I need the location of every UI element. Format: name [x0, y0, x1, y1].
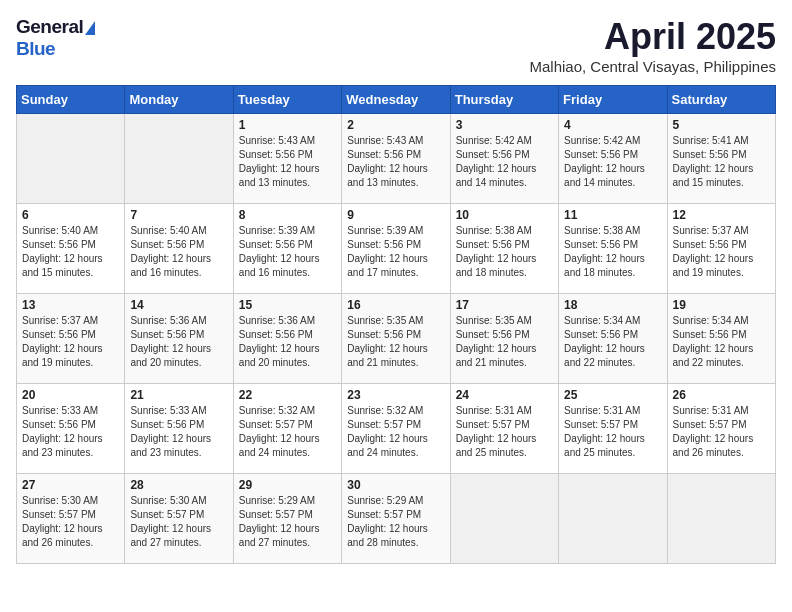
day-number: 8: [239, 208, 336, 222]
day-number: 5: [673, 118, 770, 132]
day-number: 18: [564, 298, 661, 312]
calendar-cell: 3Sunrise: 5:42 AM Sunset: 5:56 PM Daylig…: [450, 114, 558, 204]
day-number: 24: [456, 388, 553, 402]
day-info: Sunrise: 5:31 AM Sunset: 5:57 PM Dayligh…: [564, 404, 661, 460]
day-number: 4: [564, 118, 661, 132]
calendar: SundayMondayTuesdayWednesdayThursdayFrid…: [16, 85, 776, 564]
day-info: Sunrise: 5:43 AM Sunset: 5:56 PM Dayligh…: [347, 134, 444, 190]
day-number: 20: [22, 388, 119, 402]
calendar-cell: 1Sunrise: 5:43 AM Sunset: 5:56 PM Daylig…: [233, 114, 341, 204]
day-number: 25: [564, 388, 661, 402]
calendar-cell: 26Sunrise: 5:31 AM Sunset: 5:57 PM Dayli…: [667, 384, 775, 474]
weekday-header-thursday: Thursday: [450, 86, 558, 114]
weekday-header-row: SundayMondayTuesdayWednesdayThursdayFrid…: [17, 86, 776, 114]
header: General Blue April 2025 Malhiao, Central…: [16, 16, 776, 75]
day-info: Sunrise: 5:39 AM Sunset: 5:56 PM Dayligh…: [347, 224, 444, 280]
day-number: 27: [22, 478, 119, 492]
day-info: Sunrise: 5:42 AM Sunset: 5:56 PM Dayligh…: [564, 134, 661, 190]
calendar-cell: 13Sunrise: 5:37 AM Sunset: 5:56 PM Dayli…: [17, 294, 125, 384]
day-info: Sunrise: 5:30 AM Sunset: 5:57 PM Dayligh…: [130, 494, 227, 550]
weekday-header-monday: Monday: [125, 86, 233, 114]
calendar-cell: 10Sunrise: 5:38 AM Sunset: 5:56 PM Dayli…: [450, 204, 558, 294]
calendar-cell: 20Sunrise: 5:33 AM Sunset: 5:56 PM Dayli…: [17, 384, 125, 474]
day-number: 3: [456, 118, 553, 132]
day-info: Sunrise: 5:40 AM Sunset: 5:56 PM Dayligh…: [130, 224, 227, 280]
day-number: 14: [130, 298, 227, 312]
day-number: 2: [347, 118, 444, 132]
calendar-cell: 17Sunrise: 5:35 AM Sunset: 5:56 PM Dayli…: [450, 294, 558, 384]
weekday-header-sunday: Sunday: [17, 86, 125, 114]
day-info: Sunrise: 5:31 AM Sunset: 5:57 PM Dayligh…: [456, 404, 553, 460]
calendar-cell: 5Sunrise: 5:41 AM Sunset: 5:56 PM Daylig…: [667, 114, 775, 204]
day-number: 10: [456, 208, 553, 222]
calendar-cell: [17, 114, 125, 204]
day-info: Sunrise: 5:31 AM Sunset: 5:57 PM Dayligh…: [673, 404, 770, 460]
day-info: Sunrise: 5:29 AM Sunset: 5:57 PM Dayligh…: [239, 494, 336, 550]
day-info: Sunrise: 5:33 AM Sunset: 5:56 PM Dayligh…: [22, 404, 119, 460]
day-info: Sunrise: 5:43 AM Sunset: 5:56 PM Dayligh…: [239, 134, 336, 190]
weekday-header-tuesday: Tuesday: [233, 86, 341, 114]
week-row-1: 1Sunrise: 5:43 AM Sunset: 5:56 PM Daylig…: [17, 114, 776, 204]
week-row-4: 20Sunrise: 5:33 AM Sunset: 5:56 PM Dayli…: [17, 384, 776, 474]
calendar-cell: 6Sunrise: 5:40 AM Sunset: 5:56 PM Daylig…: [17, 204, 125, 294]
calendar-cell: 21Sunrise: 5:33 AM Sunset: 5:56 PM Dayli…: [125, 384, 233, 474]
day-number: 28: [130, 478, 227, 492]
weekday-header-saturday: Saturday: [667, 86, 775, 114]
day-number: 1: [239, 118, 336, 132]
day-info: Sunrise: 5:32 AM Sunset: 5:57 PM Dayligh…: [239, 404, 336, 460]
day-info: Sunrise: 5:35 AM Sunset: 5:56 PM Dayligh…: [347, 314, 444, 370]
week-row-5: 27Sunrise: 5:30 AM Sunset: 5:57 PM Dayli…: [17, 474, 776, 564]
subtitle: Malhiao, Central Visayas, Philippines: [529, 58, 776, 75]
calendar-cell: 2Sunrise: 5:43 AM Sunset: 5:56 PM Daylig…: [342, 114, 450, 204]
calendar-cell: 4Sunrise: 5:42 AM Sunset: 5:56 PM Daylig…: [559, 114, 667, 204]
week-row-3: 13Sunrise: 5:37 AM Sunset: 5:56 PM Dayli…: [17, 294, 776, 384]
calendar-cell: 24Sunrise: 5:31 AM Sunset: 5:57 PM Dayli…: [450, 384, 558, 474]
calendar-cell: 12Sunrise: 5:37 AM Sunset: 5:56 PM Dayli…: [667, 204, 775, 294]
day-info: Sunrise: 5:30 AM Sunset: 5:57 PM Dayligh…: [22, 494, 119, 550]
calendar-cell: 22Sunrise: 5:32 AM Sunset: 5:57 PM Dayli…: [233, 384, 341, 474]
weekday-header-friday: Friday: [559, 86, 667, 114]
calendar-cell: 23Sunrise: 5:32 AM Sunset: 5:57 PM Dayli…: [342, 384, 450, 474]
calendar-cell: 30Sunrise: 5:29 AM Sunset: 5:57 PM Dayli…: [342, 474, 450, 564]
calendar-cell: [667, 474, 775, 564]
day-info: Sunrise: 5:37 AM Sunset: 5:56 PM Dayligh…: [673, 224, 770, 280]
day-info: Sunrise: 5:41 AM Sunset: 5:56 PM Dayligh…: [673, 134, 770, 190]
calendar-cell: 8Sunrise: 5:39 AM Sunset: 5:56 PM Daylig…: [233, 204, 341, 294]
day-number: 23: [347, 388, 444, 402]
calendar-cell: 29Sunrise: 5:29 AM Sunset: 5:57 PM Dayli…: [233, 474, 341, 564]
day-number: 11: [564, 208, 661, 222]
day-info: Sunrise: 5:39 AM Sunset: 5:56 PM Dayligh…: [239, 224, 336, 280]
calendar-cell: 7Sunrise: 5:40 AM Sunset: 5:56 PM Daylig…: [125, 204, 233, 294]
day-info: Sunrise: 5:34 AM Sunset: 5:56 PM Dayligh…: [673, 314, 770, 370]
day-info: Sunrise: 5:40 AM Sunset: 5:56 PM Dayligh…: [22, 224, 119, 280]
calendar-cell: 19Sunrise: 5:34 AM Sunset: 5:56 PM Dayli…: [667, 294, 775, 384]
title-area: April 2025 Malhiao, Central Visayas, Phi…: [529, 16, 776, 75]
day-number: 6: [22, 208, 119, 222]
day-number: 22: [239, 388, 336, 402]
weekday-header-wednesday: Wednesday: [342, 86, 450, 114]
day-info: Sunrise: 5:36 AM Sunset: 5:56 PM Dayligh…: [130, 314, 227, 370]
day-number: 30: [347, 478, 444, 492]
day-number: 15: [239, 298, 336, 312]
calendar-cell: 14Sunrise: 5:36 AM Sunset: 5:56 PM Dayli…: [125, 294, 233, 384]
day-info: Sunrise: 5:34 AM Sunset: 5:56 PM Dayligh…: [564, 314, 661, 370]
calendar-cell: 15Sunrise: 5:36 AM Sunset: 5:56 PM Dayli…: [233, 294, 341, 384]
calendar-cell: [450, 474, 558, 564]
day-info: Sunrise: 5:38 AM Sunset: 5:56 PM Dayligh…: [564, 224, 661, 280]
day-info: Sunrise: 5:29 AM Sunset: 5:57 PM Dayligh…: [347, 494, 444, 550]
logo-blue: Blue: [16, 38, 55, 60]
calendar-cell: 11Sunrise: 5:38 AM Sunset: 5:56 PM Dayli…: [559, 204, 667, 294]
day-number: 19: [673, 298, 770, 312]
day-info: Sunrise: 5:35 AM Sunset: 5:56 PM Dayligh…: [456, 314, 553, 370]
day-info: Sunrise: 5:42 AM Sunset: 5:56 PM Dayligh…: [456, 134, 553, 190]
month-title: April 2025: [529, 16, 776, 58]
day-info: Sunrise: 5:33 AM Sunset: 5:56 PM Dayligh…: [130, 404, 227, 460]
day-info: Sunrise: 5:37 AM Sunset: 5:56 PM Dayligh…: [22, 314, 119, 370]
day-number: 16: [347, 298, 444, 312]
calendar-cell: 16Sunrise: 5:35 AM Sunset: 5:56 PM Dayli…: [342, 294, 450, 384]
day-number: 7: [130, 208, 227, 222]
calendar-cell: 18Sunrise: 5:34 AM Sunset: 5:56 PM Dayli…: [559, 294, 667, 384]
calendar-cell: [559, 474, 667, 564]
week-row-2: 6Sunrise: 5:40 AM Sunset: 5:56 PM Daylig…: [17, 204, 776, 294]
calendar-cell: 27Sunrise: 5:30 AM Sunset: 5:57 PM Dayli…: [17, 474, 125, 564]
